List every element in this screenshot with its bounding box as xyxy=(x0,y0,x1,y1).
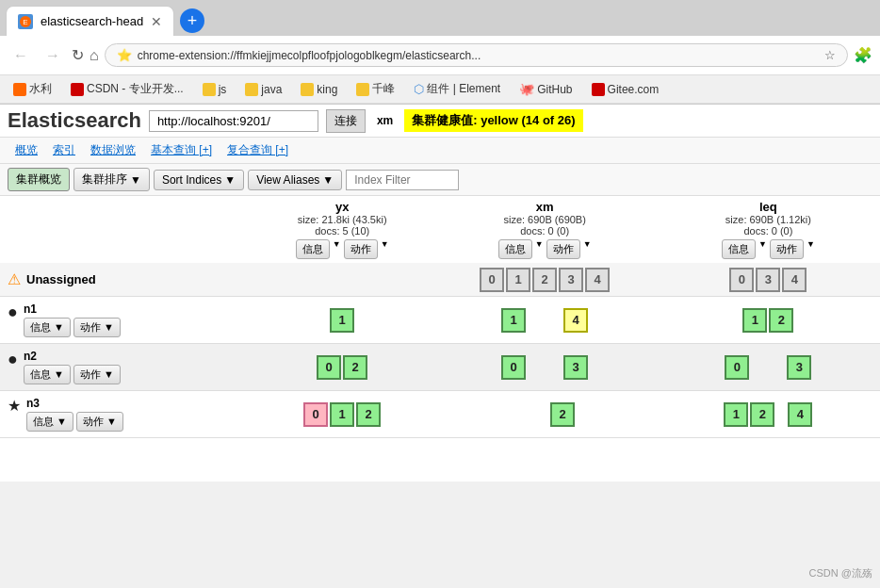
app-content: Elasticsearch 连接 xm 集群健康值: yellow (14 of… xyxy=(0,105,880,482)
shard-xm-unassigned-3[interactable]: 3 xyxy=(559,268,583,292)
xm-info-chevron[interactable]: ▼ xyxy=(535,239,544,259)
tab-index[interactable]: 索引 xyxy=(45,139,83,161)
n1-circle-icon: ● xyxy=(8,302,18,322)
shard-yx-n3-2[interactable]: 2 xyxy=(356,402,381,427)
index-filter-input[interactable] xyxy=(346,170,459,190)
new-tab-button[interactable]: + xyxy=(180,8,204,33)
shard-xm-unassigned-1[interactable]: 1 xyxy=(506,268,530,292)
bookmark-github[interactable]: 🐙 GitHub xyxy=(513,80,578,98)
url-input[interactable] xyxy=(149,110,318,132)
cluster-overview-button[interactable]: 集群概览 xyxy=(8,168,70,191)
shard-yx-n1-1[interactable]: 1 xyxy=(330,308,354,333)
shard-leq-n3-4[interactable]: 4 xyxy=(788,402,812,427)
reload-button[interactable]: ↻ xyxy=(72,46,84,64)
xm-action-chevron[interactable]: ▼ xyxy=(583,239,592,259)
shard-leq-n1-1[interactable]: 1 xyxy=(742,308,767,333)
yx-action-button[interactable]: 动作 xyxy=(344,239,378,259)
bookmark-java[interactable]: java xyxy=(239,81,287,98)
sort-indices-button[interactable]: Sort Indices ▼ xyxy=(154,170,244,190)
cluster-sort-button[interactable]: 集群排序 ▼ xyxy=(73,168,150,191)
shard-leq-unassigned-0[interactable]: 0 xyxy=(729,268,754,292)
bookmark-java-icon xyxy=(245,83,258,96)
yx-info-chevron[interactable]: ▼ xyxy=(333,239,341,259)
leq-action-chevron[interactable]: ▼ xyxy=(807,239,815,259)
shard-leq-n3-1[interactable]: 1 xyxy=(724,402,748,427)
n1-info-button[interactable]: 信息 ▼ xyxy=(24,318,71,337)
n2-info-cell: ● n2 信息 ▼ 动作 ▼ xyxy=(0,344,252,391)
shard-xm-n3-2[interactable]: 2 xyxy=(550,402,575,427)
bookmark-gitee[interactable]: Gitee.com xyxy=(586,81,665,98)
tab-overview[interactable]: 概览 xyxy=(8,139,45,161)
shard-xm-unassigned-4[interactable]: 4 xyxy=(585,268,610,292)
shard-xm-n1-1[interactable]: 1 xyxy=(501,308,526,333)
shard-xm-n2-3[interactable]: 3 xyxy=(563,355,588,380)
index-docs-yx: docs: 5 (10) xyxy=(255,225,430,237)
tab-title: elasticsearch-head xyxy=(41,14,143,28)
shard-xm-unassigned-2[interactable]: 2 xyxy=(532,268,557,292)
shard-leq-n2-0[interactable]: 0 xyxy=(725,355,749,380)
n2-leq-cell: 0 3 xyxy=(657,344,880,391)
unassigned-label: Unassigned xyxy=(26,272,96,286)
yx-info-button[interactable]: 信息 xyxy=(296,239,330,259)
yx-action-chevron[interactable]: ▼ xyxy=(381,239,389,259)
bookmark-js-icon xyxy=(203,83,216,96)
bookmark-element[interactable]: ⬡ 组件 | Element xyxy=(408,79,506,99)
shard-leq-n3-2[interactable]: 2 xyxy=(750,402,774,427)
app-title: Elasticsearch xyxy=(8,108,141,133)
n1-leq-cell: 1 2 xyxy=(657,297,880,344)
bookmark-king-icon xyxy=(301,83,314,96)
leq-info-chevron[interactable]: ▼ xyxy=(758,239,767,259)
n2-info-button[interactable]: 信息 ▼ xyxy=(24,365,71,384)
forward-button[interactable]: → xyxy=(40,43,66,68)
home-button[interactable]: ⌂ xyxy=(90,47,99,64)
leq-info-button[interactable]: 信息 xyxy=(722,239,756,259)
tab-bar: E elasticsearch-head ✕ + xyxy=(0,0,880,36)
bookmark-csdn[interactable]: CSDN - 专业开发... xyxy=(65,79,189,99)
bookmark-qianfeng[interactable]: 千峰 xyxy=(350,79,400,99)
n3-action-button[interactable]: 动作 ▼ xyxy=(76,412,123,432)
active-tab[interactable]: E elasticsearch-head ✕ xyxy=(6,6,174,36)
index-header-xm: xm size: 690B (690B) docs: 0 (0) 信息 ▼ 动作… xyxy=(433,196,657,263)
bookmark-shuili[interactable]: 水利 xyxy=(8,79,57,99)
address-bar[interactable]: ⭐ chrome-extension://ffmkiejjmecolpfloof… xyxy=(105,43,848,67)
tab-basic-query[interactable]: 基本查询 [+] xyxy=(143,139,220,161)
n3-info-button[interactable]: 信息 ▼ xyxy=(26,412,73,432)
back-button[interactable]: ← xyxy=(8,43,34,68)
tab-data-browse[interactable]: 数据浏览 xyxy=(83,139,143,161)
tab-close-button[interactable]: ✕ xyxy=(151,14,162,29)
index-size-yx: size: 21.8ki (43.5ki) xyxy=(255,214,430,225)
xm-action-button[interactable]: 动作 xyxy=(546,239,580,259)
bookmark-csdn-icon xyxy=(71,83,84,96)
shard-leq-n2-3[interactable]: 3 xyxy=(787,355,811,380)
index-header-leq: leq size: 690B (1.12ki) docs: 0 (0) 信息 ▼… xyxy=(657,196,880,263)
shard-leq-unassigned-4[interactable]: 4 xyxy=(782,268,807,292)
extensions-icon[interactable]: 🧩 xyxy=(854,46,872,64)
app-header: Elasticsearch 连接 xm 集群健康值: yellow (14 of… xyxy=(0,105,880,138)
view-aliases-button[interactable]: View Aliases ▼ xyxy=(248,170,342,190)
n3-star-icon: ★ xyxy=(8,397,21,415)
index-header-yx: yx size: 21.8ki (43.5ki) docs: 5 (10) 信息… xyxy=(252,196,433,263)
shard-xm-n2-0[interactable]: 0 xyxy=(501,355,526,380)
connect-button[interactable]: 连接 xyxy=(326,109,366,133)
shard-leq-unassigned-3[interactable]: 3 xyxy=(756,268,780,292)
xm-info-button[interactable]: 信息 xyxy=(498,239,532,259)
n2-action-button[interactable]: 动作 ▼ xyxy=(73,365,121,384)
shard-yx-n3-0[interactable]: 0 xyxy=(303,402,328,427)
n3-yx-cell: 0 1 2 xyxy=(252,391,433,438)
bookmark-king[interactable]: king xyxy=(295,81,343,98)
n1-action-button[interactable]: 动作 ▼ xyxy=(73,318,121,337)
leq-action-button[interactable]: 动作 xyxy=(770,239,804,259)
shard-leq-n1-2[interactable]: 2 xyxy=(769,308,793,333)
shard-xm-n1-4[interactable]: 4 xyxy=(563,308,588,333)
shard-yx-n2-2[interactable]: 2 xyxy=(343,355,367,380)
cluster-sort-label: 集群排序 xyxy=(82,172,127,188)
shard-yx-n2-0[interactable]: 0 xyxy=(317,355,341,380)
bookmark-js[interactable]: js xyxy=(197,81,233,98)
shard-yx-n3-1[interactable]: 1 xyxy=(330,402,354,427)
index-size-xm: size: 690B (690B) xyxy=(437,214,653,225)
header-spacer xyxy=(0,196,252,263)
shard-xm-unassigned-0[interactable]: 0 xyxy=(480,268,504,292)
bookmark-star-icon[interactable]: ☆ xyxy=(824,48,836,62)
n2-yx-cell: 0 2 xyxy=(252,344,433,391)
tab-compound-query[interactable]: 复合查询 [+] xyxy=(220,139,296,161)
